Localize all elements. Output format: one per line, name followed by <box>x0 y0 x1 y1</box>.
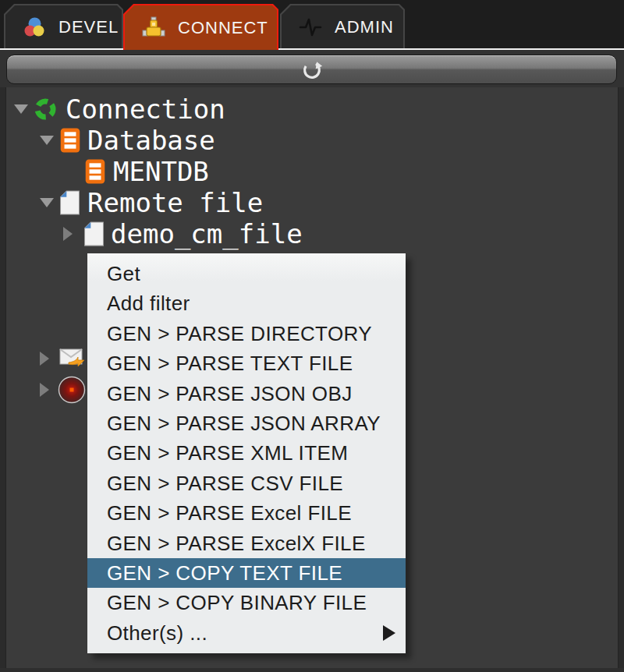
connector-icon <box>142 16 165 40</box>
menu-item-parse-excelx-file[interactable]: GEN > PARSE ExcelX FILE <box>87 529 406 558</box>
palette-icon <box>23 16 46 39</box>
expander-right-icon[interactable] <box>40 383 49 397</box>
refresh-icon <box>300 58 324 81</box>
tree-label[interactable]: demo_cm_file <box>111 218 303 249</box>
tree-label[interactable]: Database <box>87 125 215 156</box>
tab-admin-label: ADMIN <box>335 17 394 37</box>
expander-right-icon[interactable] <box>40 352 49 366</box>
tab-bar-underline <box>0 48 624 50</box>
menu-item-copy-text-file[interactable]: GEN > COPY TEXT FILE <box>87 558 406 588</box>
record-icon <box>58 376 86 404</box>
toolbar <box>0 50 624 87</box>
file-icon <box>84 221 104 246</box>
menu-item-parse-excel-file[interactable]: GEN > PARSE Excel FILE <box>87 498 406 528</box>
tree-label[interactable]: Connection <box>66 94 225 125</box>
menu-item-parse-csv-file[interactable]: GEN > PARSE CSV FILE <box>87 469 406 498</box>
tree-right-edge[interactable] <box>618 87 624 672</box>
tree-row-remote-file[interactable]: Remote file <box>0 187 624 218</box>
expander-down-icon[interactable] <box>40 198 54 207</box>
tree-left-edge <box>0 87 6 672</box>
menu-item-copy-binary-file[interactable]: GEN > COPY BINARY FILE <box>87 588 406 617</box>
menu-item-parse-json-array[interactable]: GEN > PARSE JSON ARRAY <box>87 409 406 438</box>
menu-item-get[interactable]: Get <box>87 259 406 288</box>
expander-down-icon[interactable] <box>40 136 54 145</box>
menu-item-others-label: Other(s) ... <box>107 621 207 645</box>
menu-item-add-filter[interactable]: Add filter <box>87 288 406 318</box>
menu-item-parse-text-file[interactable]: GEN > PARSE TEXT FILE <box>87 348 406 378</box>
tab-bar: DEVEL CONNECT ADMIN <box>0 0 624 50</box>
context-menu: Get Add filter GEN > PARSE DIRECTORY GEN… <box>87 253 406 653</box>
menu-item-parse-xml-item[interactable]: GEN > PARSE XML ITEM <box>87 438 406 468</box>
database-icon <box>85 159 105 184</box>
tree-row-connection[interactable]: Connection <box>0 94 624 125</box>
menu-item-parse-json-obj[interactable]: GEN > PARSE JSON OBJ <box>87 379 406 409</box>
tab-admin[interactable]: ADMIN <box>280 4 405 48</box>
app-window: DEVEL CONNECT ADMIN <box>0 0 624 672</box>
menu-item-others[interactable]: Other(s) ... <box>87 618 406 648</box>
tab-devel[interactable]: DEVEL <box>4 4 123 48</box>
tab-devel-label: DEVEL <box>58 17 119 37</box>
mail-icon <box>59 347 86 370</box>
tree-label[interactable]: Remote file <box>87 187 263 218</box>
connection-icon <box>33 97 58 122</box>
expander-right-icon[interactable] <box>63 227 73 241</box>
database-icon <box>60 128 80 153</box>
tree-label[interactable]: MENTDB <box>113 156 209 187</box>
tab-connect-label: CONNECT <box>178 18 268 38</box>
tree-row-mentdb[interactable]: MENTDB <box>0 156 624 187</box>
tree-row-database[interactable]: Database <box>0 125 624 156</box>
tree-bottom-edge <box>0 668 624 672</box>
pulse-icon <box>299 16 322 39</box>
submenu-arrow-icon <box>383 625 395 641</box>
tree-row-demo-cm-file[interactable]: demo_cm_file <box>0 218 624 249</box>
menu-item-parse-directory[interactable]: GEN > PARSE DIRECTORY <box>87 319 406 348</box>
tab-connect[interactable]: CONNECT <box>123 4 278 50</box>
refresh-button[interactable] <box>6 55 617 84</box>
file-icon <box>60 190 80 215</box>
expander-down-icon[interactable] <box>14 104 28 114</box>
